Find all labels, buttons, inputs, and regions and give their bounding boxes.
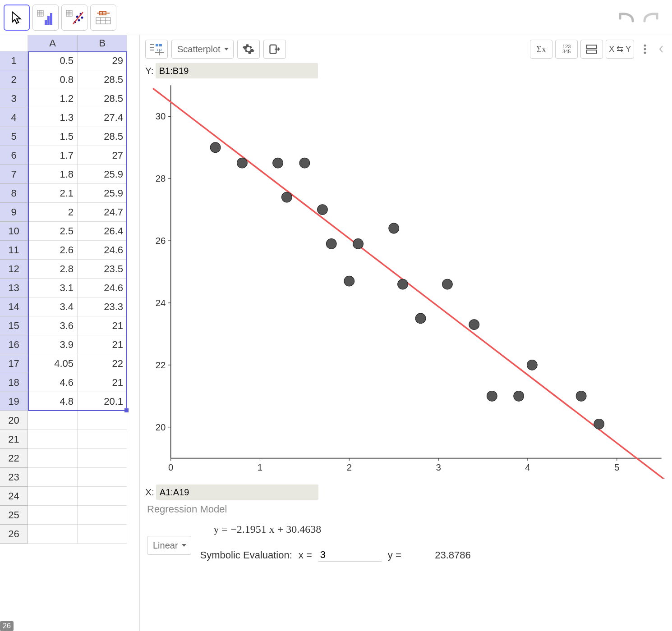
row-header[interactable]: 24 [0, 487, 28, 506]
row-header[interactable]: 13 [0, 279, 28, 297]
row-header[interactable]: 2 [0, 70, 28, 89]
table-row[interactable]: 24 [0, 487, 139, 506]
row-header[interactable]: 10 [0, 222, 28, 241]
cell[interactable] [78, 411, 127, 430]
cell[interactable]: 0.8 [28, 70, 78, 89]
two-var-regression-button[interactable] [61, 5, 87, 31]
row-header[interactable]: 5 [0, 127, 28, 146]
cell[interactable] [78, 468, 127, 487]
cell[interactable]: 23.5 [78, 260, 127, 279]
row-header[interactable]: 11 [0, 241, 28, 260]
row-header[interactable]: 22 [0, 449, 28, 468]
cell[interactable]: 3.9 [28, 335, 78, 354]
cell[interactable]: 23.3 [78, 297, 127, 316]
y-range-input[interactable] [156, 63, 318, 78]
redo-button[interactable] [640, 6, 663, 29]
undo-button[interactable] [614, 6, 638, 29]
cell[interactable]: 1.3 [28, 108, 78, 127]
cell[interactable]: 22 [78, 354, 127, 373]
table-row[interactable]: 22 [0, 449, 139, 468]
cell[interactable]: 2.1 [28, 184, 78, 203]
settings-button[interactable] [237, 40, 260, 59]
table-row[interactable]: 20.828.5 [0, 70, 139, 89]
row-header[interactable]: 19 [0, 392, 28, 411]
cell[interactable]: 1.5 [28, 127, 78, 146]
cell[interactable]: 0.5 [28, 51, 78, 70]
cell[interactable]: 24.6 [78, 279, 127, 297]
table-row[interactable]: 21 [0, 430, 139, 449]
cell[interactable]: 25.9 [78, 184, 127, 203]
row-header[interactable]: 9 [0, 203, 28, 222]
cell[interactable] [28, 449, 78, 468]
row-header[interactable]: 15 [0, 316, 28, 335]
row-header[interactable]: 20 [0, 411, 28, 430]
table-row[interactable]: 20 [0, 411, 139, 430]
cell[interactable] [28, 525, 78, 544]
row-header[interactable]: 17 [0, 354, 28, 373]
table-row[interactable]: 174.0522 [0, 354, 139, 373]
one-var-analysis-button[interactable] [32, 5, 59, 31]
x-range-input[interactable] [156, 485, 318, 500]
cell[interactable] [28, 411, 78, 430]
cell[interactable]: 3.6 [28, 316, 78, 335]
table-row[interactable]: 41.327.4 [0, 108, 139, 127]
cell[interactable]: 2.8 [28, 260, 78, 279]
table-row[interactable]: 51.528.5 [0, 127, 139, 146]
row-header[interactable]: 23 [0, 468, 28, 487]
multi-var-analysis-button[interactable] [90, 5, 116, 31]
spreadsheet-corner[interactable] [0, 35, 28, 51]
cell[interactable]: 1.2 [28, 89, 78, 108]
row-header[interactable]: 12 [0, 260, 28, 279]
cell[interactable]: 4.05 [28, 354, 78, 373]
table-row[interactable]: 194.820.1 [0, 392, 139, 411]
row-header[interactable]: 8 [0, 184, 28, 203]
table-row[interactable]: 122.823.5 [0, 260, 139, 279]
show-statistics-button[interactable]: Σx [530, 40, 552, 59]
table-row[interactable]: 112.624.6 [0, 241, 139, 260]
row-header[interactable]: 1 [0, 51, 28, 70]
cell[interactable]: 2.6 [28, 241, 78, 260]
row-header[interactable]: 18 [0, 373, 28, 392]
cell[interactable] [78, 430, 127, 449]
table-row[interactable]: 82.125.9 [0, 184, 139, 203]
table-row[interactable]: 71.825.9 [0, 165, 139, 184]
cell[interactable]: 27 [78, 146, 127, 165]
cell[interactable]: 28.5 [78, 89, 127, 108]
cell[interactable]: 21 [78, 335, 127, 354]
cell[interactable]: 3.4 [28, 297, 78, 316]
cell[interactable]: 28.5 [78, 70, 127, 89]
table-row[interactable]: 143.423.3 [0, 297, 139, 316]
column-header-a[interactable]: A [28, 35, 78, 51]
cell[interactable]: 20.1 [78, 392, 127, 411]
cell[interactable]: 2 [28, 203, 78, 222]
cell[interactable]: 4.6 [28, 373, 78, 392]
cell[interactable] [78, 525, 127, 544]
table-row[interactable]: 25 [0, 506, 139, 525]
cell[interactable]: 27.4 [78, 108, 127, 127]
column-header-b[interactable]: B [78, 35, 127, 51]
cell[interactable] [78, 506, 127, 525]
cell[interactable] [78, 487, 127, 506]
export-button[interactable] [263, 40, 286, 59]
cell[interactable]: 2.5 [28, 222, 78, 241]
pointer-tool-button[interactable] [4, 5, 30, 31]
table-row[interactable]: 61.727 [0, 146, 139, 165]
layout-button[interactable] [580, 40, 603, 59]
cell[interactable]: 21 [78, 316, 127, 335]
show-data-button[interactable]: 123345 [555, 40, 578, 59]
table-row[interactable]: 10.529 [0, 51, 139, 70]
table-row[interactable]: 31.228.5 [0, 89, 139, 108]
cell[interactable]: 28.5 [78, 127, 127, 146]
row-header[interactable]: 7 [0, 165, 28, 184]
table-row[interactable]: 153.621 [0, 316, 139, 335]
cell[interactable]: 24.7 [78, 203, 127, 222]
table-row[interactable]: 133.124.6 [0, 279, 139, 297]
swap-xy-button[interactable]: X ⇆ Y [606, 40, 634, 59]
table-row[interactable]: 184.621 [0, 373, 139, 392]
table-row[interactable]: 26 [0, 525, 139, 544]
row-header[interactable]: 25 [0, 506, 28, 525]
cell[interactable]: 4.8 [28, 392, 78, 411]
cell[interactable]: 1.7 [28, 146, 78, 165]
cell[interactable]: 21 [78, 373, 127, 392]
scatterplot-chart[interactable]: 202224262830012345 [145, 80, 667, 481]
